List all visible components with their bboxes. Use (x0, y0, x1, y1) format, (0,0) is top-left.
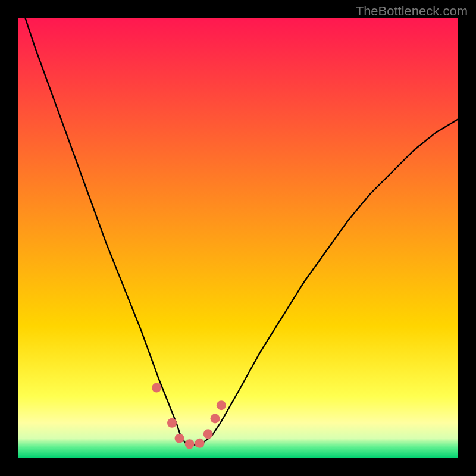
marker-point (175, 434, 184, 443)
marker-point (152, 383, 161, 393)
marker-point (217, 400, 226, 410)
marker-point (185, 439, 195, 449)
plot-area (18, 18, 458, 458)
marker-point (203, 429, 213, 439)
chart-frame: TheBottleneck.com (0, 0, 476, 476)
marker-point (211, 414, 220, 423)
watermark-text: TheBottleneck.com (356, 4, 468, 19)
marker-point (195, 439, 205, 448)
marker-point (167, 418, 177, 428)
plot-svg (18, 18, 458, 458)
